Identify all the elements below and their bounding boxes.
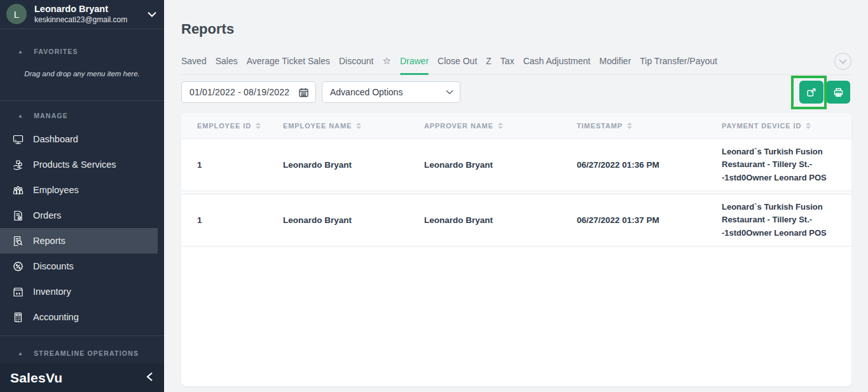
cell-approver-name: Leonardo Bryant (424, 215, 577, 225)
report-table: EMPLOYEE ID EMPLOYEE NAME APPROVER NAME … (181, 113, 851, 386)
user-name: Leonardo Bryant (34, 3, 144, 15)
cell-employee-id: 1 (197, 215, 283, 225)
sidebar-spacer (0, 357, 164, 363)
manage-section-header[interactable]: ▲ MANAGE (0, 112, 164, 119)
sort-icon[interactable] (356, 123, 361, 129)
column-label: PAYMENT DEVICE ID (722, 122, 801, 130)
cell-employee-name: Leonardo Bryant (283, 215, 424, 225)
user-menu[interactable]: L Leonardo Bryant keskinnecati23@gmail.c… (0, 0, 164, 29)
sidebar-item-label: Orders (33, 210, 61, 220)
avatar: L (6, 4, 27, 24)
tab-z[interactable]: Z (486, 56, 492, 74)
tab-close-out[interactable]: Close Out (437, 56, 477, 74)
collapse-triangle-icon: ▲ (18, 351, 24, 356)
favorite-star-icon[interactable]: ☆ (382, 55, 390, 74)
favorites-label: FAVORITES (34, 48, 78, 55)
tab-cash-adjustment[interactable]: Cash Adjustment (523, 56, 591, 74)
favorites-section-header[interactable]: ▲ FAVORITES (0, 48, 164, 55)
advanced-options-select[interactable]: Advanced Options (322, 81, 460, 103)
table-row[interactable]: 1 Leonardo Bryant Leonardo Bryant 06/27/… (181, 194, 851, 246)
date-range-input[interactable]: 01/01/2022 - 08/19/2022 (181, 81, 316, 103)
sort-icon[interactable] (256, 123, 261, 129)
column-header-employee-id[interactable]: EMPLOYEE ID (197, 122, 283, 130)
tab-saved[interactable]: Saved (181, 56, 207, 74)
page-title: Reports (181, 21, 851, 37)
collapse-sidebar-icon[interactable] (146, 372, 154, 384)
sidebar-item-accounting[interactable]: Accounting (0, 304, 164, 330)
tab-average-ticket-sales[interactable]: Average Ticket Sales (247, 56, 330, 74)
column-header-payment-device-id[interactable]: PAYMENT DEVICE ID (722, 122, 839, 130)
salesvu-logo: SalesVu (10, 370, 62, 386)
sidebar-footer: SalesVu (0, 363, 164, 392)
date-range-value: 01/01/2022 - 08/19/2022 (189, 87, 298, 97)
column-label: EMPLOYEE NAME (283, 122, 352, 130)
streamline-label: STREAMLINE OPERATIONS (34, 349, 139, 357)
export-button[interactable] (799, 81, 823, 104)
sidebar-item-inventory[interactable]: Inventory (0, 279, 164, 304)
sidebar-item-label: Discounts (33, 261, 74, 271)
sidebar: L Leonardo Bryant keskinnecati23@gmail.c… (0, 0, 164, 392)
discounts-icon (12, 260, 24, 273)
cell-employee-id: 1 (197, 160, 283, 170)
tab-modifier[interactable]: Modifier (600, 56, 631, 74)
tab-drawer[interactable]: Drawer (400, 56, 429, 74)
tab-tax[interactable]: Tax (500, 56, 514, 74)
column-header-employee-name[interactable]: EMPLOYEE NAME (283, 122, 424, 130)
cell-payment-device-id: Leonard`s Turkish Fusion Restaurant - Ti… (722, 145, 839, 184)
sidebar-item-label: Employees (33, 185, 79, 195)
sort-icon[interactable] (498, 123, 503, 129)
orders-icon (12, 210, 24, 222)
employees-icon (12, 184, 24, 196)
user-meta: Leonardo Bryant keskinnecati23@gmail.com (34, 3, 144, 24)
sidebar-item-label: Dashboard (33, 134, 78, 144)
manage-label: MANAGE (34, 112, 68, 119)
print-icon (832, 86, 844, 98)
favorites-hint: Drag and drop any menu item here. (0, 70, 164, 78)
streamline-section-header[interactable]: ▲ STREAMLINE OPERATIONS (0, 349, 164, 357)
report-tabs: Saved Sales Average Ticket Sales Discoun… (181, 53, 851, 75)
table-end-line (181, 246, 851, 247)
sidebar-item-label: Accounting (33, 312, 79, 322)
sidebar-item-label: Products & Services (33, 159, 116, 170)
chevron-down-icon (446, 90, 453, 95)
inventory-icon (12, 286, 24, 298)
main-content: Reports Saved Sales Average Ticket Sales… (164, 0, 868, 392)
sidebar-item-discounts[interactable]: Discounts (0, 253, 164, 279)
sort-icon[interactable] (806, 123, 811, 129)
table-header: EMPLOYEE ID EMPLOYEE NAME APPROVER NAME … (181, 113, 851, 139)
chevron-down-icon[interactable] (148, 8, 156, 20)
collapse-triangle-icon: ▲ (18, 113, 24, 119)
sidebar-item-label: Inventory (33, 287, 71, 297)
user-email: keskinnecati23@gmail.com (34, 15, 144, 25)
reports-icon (12, 235, 24, 247)
sort-icon[interactable] (627, 123, 632, 129)
cell-approver-name: Leonardo Bryant (424, 160, 577, 170)
cell-payment-device-id: Leonard`s Turkish Fusion Restaurant - Ti… (722, 201, 839, 239)
column-header-approver-name[interactable]: APPROVER NAME (424, 122, 577, 130)
column-label: APPROVER NAME (424, 122, 493, 130)
print-button[interactable] (826, 81, 850, 104)
tab-discount[interactable]: Discount (339, 56, 373, 74)
action-buttons (799, 81, 850, 104)
sidebar-item-reports[interactable]: Reports (0, 228, 158, 253)
column-header-timestamp[interactable]: TIMESTAMP (577, 122, 722, 130)
filter-bar: 01/01/2022 - 08/19/2022 Advanced Options (181, 81, 851, 104)
accounting-icon (12, 311, 24, 323)
sidebar-item-products-services[interactable]: Products & Services (0, 152, 164, 177)
divider (0, 100, 164, 101)
export-icon (806, 86, 818, 98)
tab-tip-transfer-payout[interactable]: Tip Transfer/Payout (640, 56, 717, 74)
sidebar-item-orders[interactable]: Orders (0, 203, 164, 228)
cell-timestamp: 06/27/2022 01:36 PM (577, 160, 722, 170)
tab-sales[interactable]: Sales (216, 56, 238, 74)
sidebar-item-dashboard[interactable]: Dashboard (0, 126, 164, 152)
sidebar-item-label: Reports (33, 236, 65, 246)
advanced-options-label: Advanced Options (330, 87, 446, 97)
table-row[interactable]: 1 Leonardo Bryant Leonardo Bryant 06/27/… (181, 139, 851, 191)
tabs-overflow-chevron-icon[interactable] (834, 53, 851, 70)
cell-timestamp: 06/27/2022 01:37 PM (577, 215, 722, 225)
cell-employee-name: Leonardo Bryant (283, 160, 424, 170)
products-services-icon (12, 159, 24, 171)
dashboard-icon (12, 133, 24, 145)
sidebar-item-employees[interactable]: Employees (0, 177, 164, 203)
